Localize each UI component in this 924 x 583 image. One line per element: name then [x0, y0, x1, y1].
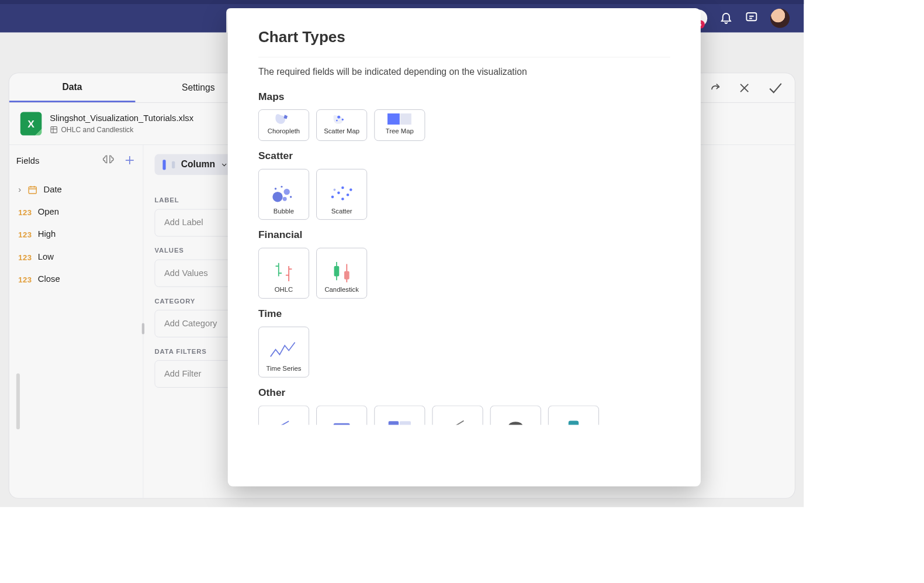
tile-other-5[interactable] — [490, 405, 541, 425]
field-high[interactable]: 123High — [16, 223, 136, 246]
close-icon[interactable] — [738, 81, 751, 96]
field-date[interactable]: › Date — [16, 178, 136, 201]
confirm-icon[interactable] — [767, 80, 783, 98]
bubble-icon — [269, 181, 298, 205]
scatter-map-icon — [332, 112, 351, 126]
svg-rect-7 — [400, 113, 411, 125]
tile-other-2[interactable] — [316, 405, 367, 425]
tile-time-series[interactable]: Time Series — [258, 327, 309, 378]
svg-rect-2 — [29, 187, 36, 194]
svg-point-4 — [342, 118, 344, 120]
svg-point-13 — [290, 196, 292, 198]
svg-rect-6 — [387, 113, 400, 125]
svg-rect-28 — [334, 266, 340, 276]
svg-rect-32 — [334, 423, 350, 425]
svg-point-11 — [275, 188, 276, 189]
field-low[interactable]: 123Low — [16, 246, 136, 268]
svg-point-8 — [272, 192, 282, 202]
category-financial: Financial — [258, 229, 670, 241]
tile-other-6[interactable] — [548, 405, 599, 425]
tile-bubble[interactable]: Bubble — [258, 169, 309, 220]
svg-rect-34 — [400, 421, 411, 425]
visualization-picker[interactable]: Column — [154, 154, 236, 175]
svg-rect-30 — [344, 271, 349, 280]
user-avatar[interactable] — [770, 9, 790, 28]
svg-point-18 — [347, 194, 349, 196]
modal-title: Chart Types — [258, 29, 670, 46]
fields-heading: Fields — [16, 156, 39, 166]
svg-point-35 — [508, 422, 522, 425]
candlestick-icon — [327, 260, 356, 284]
svg-point-15 — [337, 192, 340, 195]
svg-rect-33 — [389, 421, 399, 425]
choropleth-icon — [274, 112, 293, 126]
svg-point-19 — [349, 188, 352, 191]
field-open[interactable]: 123Open — [16, 201, 136, 223]
tile-other-3[interactable] — [374, 405, 425, 425]
svg-point-10 — [283, 197, 287, 201]
category-scatter: Scatter — [258, 150, 670, 162]
tile-scatter-map[interactable]: Scatter Map — [316, 109, 367, 141]
tile-ohlc[interactable]: OHLC — [258, 248, 309, 299]
svg-point-16 — [341, 198, 344, 201]
excel-icon: X — [20, 112, 42, 135]
scatter-icon — [327, 181, 356, 205]
svg-point-14 — [331, 195, 334, 198]
tile-other-4[interactable] — [432, 405, 483, 425]
svg-point-12 — [281, 186, 282, 188]
svg-point-20 — [334, 189, 336, 191]
bell-icon[interactable] — [719, 11, 733, 26]
svg-rect-1 — [51, 127, 57, 133]
tile-choropleth[interactable]: Choropleth — [258, 109, 309, 141]
datasource-sheet: OHLC and Candlestick — [50, 126, 193, 134]
svg-rect-0 — [746, 13, 756, 20]
ohlc-icon — [269, 260, 298, 284]
tile-scatter[interactable]: Scatter — [316, 169, 367, 220]
add-field-icon[interactable] — [123, 154, 136, 168]
fields-panel: Fields › Date 123Open 123High 123Low 123… — [9, 145, 144, 498]
datasource-filename: Slingshot_Visualization_Tutorials.xlsx — [50, 113, 193, 123]
category-maps: Maps — [258, 91, 670, 102]
category-other: Other — [258, 387, 670, 398]
modal-subhead: The required fields will be indicated de… — [258, 67, 670, 77]
tile-other-1[interactable] — [258, 405, 309, 425]
svg-point-17 — [341, 187, 344, 189]
svg-point-9 — [283, 189, 289, 195]
field-close[interactable]: 123Close — [16, 268, 136, 290]
chart-types-modal: Chart Types The required fields will be … — [228, 8, 701, 487]
redo-icon[interactable] — [710, 82, 722, 96]
svg-point-3 — [337, 115, 340, 118]
category-time: Time — [258, 308, 670, 319]
tile-tree-map[interactable]: Tree Map — [374, 109, 425, 141]
brain-icon[interactable] — [102, 154, 115, 168]
tab-data[interactable]: Data — [9, 73, 136, 102]
svg-rect-36 — [569, 420, 579, 425]
svg-point-5 — [336, 119, 338, 121]
tree-map-icon — [387, 112, 412, 126]
tile-candlestick[interactable]: Candlestick — [316, 248, 367, 299]
chat-icon[interactable] — [745, 11, 759, 26]
time-series-icon — [268, 339, 299, 362]
